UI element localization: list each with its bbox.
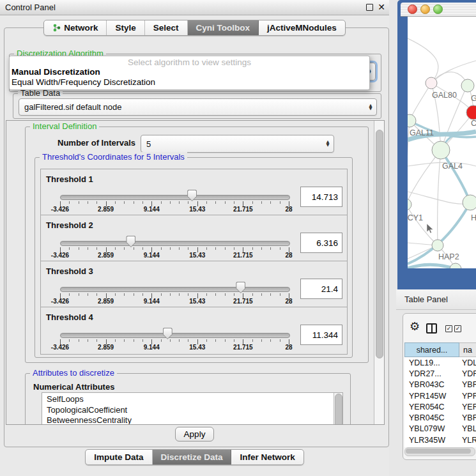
numerical-attributes-list: SelfLoops TopologicalCoefficient Between… [42, 392, 343, 425]
tick-mark [69, 247, 70, 250]
threshold-1-slider-thumb[interactable] [187, 190, 197, 201]
tick-mark [161, 247, 162, 250]
network-view-window: GAL80GACGAL11GAL4GCY1HHAP2 [397, 0, 476, 289]
cell-shared-name[interactable]: YDR27... [404, 369, 459, 378]
minimize-traffic-light[interactable] [420, 4, 430, 14]
tick-label: -3.426 [51, 252, 69, 259]
table-row[interactable]: YBR043CYBR0 [404, 380, 476, 390]
list-item-betweennesscentrality[interactable]: BetweennessCentrality [42, 415, 342, 425]
table-horizontal-scrollbar[interactable] [404, 447, 475, 456]
network-node-label: C [471, 119, 476, 128]
threshold-1-value-field[interactable] [300, 187, 342, 207]
tab-impute-data-label: Impute Data [94, 450, 143, 464]
cell-name[interactable]: YBL0 [459, 424, 476, 433]
cell-shared-name[interactable]: YER054C [404, 403, 459, 411]
tab-discretize-data[interactable]: Discretize Data [153, 450, 232, 464]
tab-style[interactable]: Style [107, 20, 144, 35]
attributes-group: Attributes to discretize Numerical Attri… [25, 373, 351, 425]
tab-impute-data[interactable]: Impute Data [86, 450, 152, 464]
cell-name[interactable]: YDR2 [459, 369, 476, 378]
list-item-selfloops[interactable]: SelfLoops [42, 394, 342, 405]
tick-mark [234, 201, 234, 204]
tab-select[interactable]: Select [145, 20, 188, 35]
float-window-icon[interactable] [366, 4, 373, 11]
cell-shared-name[interactable]: YBR043C [404, 380, 459, 389]
tick-mark [225, 339, 226, 342]
table-data-combobox[interactable]: galFiltered.sif default node ▲▼ [19, 98, 377, 116]
network-node[interactable] [450, 263, 461, 268]
table-row[interactable]: YPR145WYPR1 [404, 390, 476, 401]
cell-name[interactable]: YER0 [459, 403, 476, 411]
close-traffic-light[interactable] [408, 4, 417, 14]
threshold-3-slider-track[interactable] [60, 287, 290, 292]
list-item-topologicalcoefficient[interactable]: TopologicalCoefficient [42, 405, 342, 416]
network-node[interactable] [463, 195, 476, 210]
network-node[interactable] [432, 141, 450, 159]
tab-infer-network[interactable]: Infer Network [231, 450, 303, 464]
apply-button[interactable]: Apply [175, 427, 215, 441]
cell-shared-name[interactable]: YPR145W [404, 392, 459, 401]
tab-cyni-toolbox[interactable]: Cyni Toolbox [188, 20, 259, 35]
network-canvas[interactable]: GAL80GACGAL11GAL4GCY1HHAP2 [408, 17, 476, 268]
threshold-4-slider-track[interactable] [60, 333, 290, 338]
cell-name[interactable]: YBR0 [459, 380, 476, 389]
table-row[interactable]: YDR27...YDR2 [404, 368, 476, 379]
network-node[interactable] [466, 105, 476, 119]
settings-vertical-scrollbar[interactable] [374, 121, 384, 424]
cell-name[interactable]: YLR3 [459, 436, 476, 445]
settings-scrollpane: Interval Definition Number of Intervals … [6, 120, 385, 425]
tick-mark [134, 247, 134, 250]
network-node[interactable] [426, 77, 437, 89]
select-columns-checkboxes[interactable]: ✓ ✓ [445, 325, 461, 332]
threshold-3-slider-thumb[interactable] [236, 282, 245, 293]
close-icon[interactable]: ✕ [378, 2, 385, 12]
table-row[interactable]: YBL079WYBL0 [404, 424, 476, 434]
network-edge [408, 265, 456, 268]
column-header-name[interactable]: na [459, 342, 476, 357]
threshold-2-panel: Threshold 2 -3.4262.8599.14415.4321.7152… [40, 215, 348, 263]
threshold-2-value-field[interactable] [300, 233, 342, 253]
threshold-4-slider-thumb[interactable] [163, 328, 173, 339]
number-of-intervals-combobox[interactable]: 5 ▲▼ [141, 135, 334, 153]
network-node[interactable] [408, 199, 411, 210]
cell-shared-name[interactable]: YLR345W [404, 436, 459, 445]
cell-name[interactable]: YBR0 [459, 413, 476, 422]
cell-shared-name[interactable]: YBL079W [404, 424, 459, 433]
popup-item-equal-width-frequency[interactable]: Equal Width/Frequency Discretization [10, 77, 369, 88]
table-row[interactable]: YER054CYER0 [404, 401, 476, 412]
tab-jactivemnodules[interactable]: jActiveMNodules [259, 20, 345, 35]
network-node[interactable] [461, 79, 474, 92]
popup-item-manual-discretization[interactable]: Manual Discretization [10, 67, 369, 77]
tick-mark [270, 247, 271, 250]
screenshot-root: Control Panel ✕ Network Style Select [0, 0, 476, 476]
zoom-traffic-light[interactable] [433, 4, 443, 14]
cell-name[interactable]: YDL1 [459, 358, 476, 367]
network-window-titlebar[interactable] [401, 3, 476, 17]
tick-mark [170, 247, 171, 250]
cell-name[interactable]: YPR1 [459, 392, 476, 401]
column-header-shared-name[interactable]: shared... [404, 342, 459, 357]
table-row[interactable]: YDL19...YDL1 [404, 357, 476, 368]
tick-label: 21.715 [233, 206, 253, 213]
cell-shared-name[interactable]: YBR045C [404, 413, 459, 422]
network-node[interactable] [432, 240, 443, 251]
threshold-1-slider-track[interactable] [60, 195, 290, 200]
tick-mark [280, 247, 280, 250]
columns-icon[interactable] [426, 323, 437, 334]
tick-mark [270, 293, 271, 296]
threshold-2-slider-thumb[interactable] [126, 236, 135, 247]
table-row[interactable]: YBR045CYBR0 [404, 412, 476, 423]
network-node[interactable] [408, 114, 416, 127]
tab-network[interactable]: Network [44, 20, 107, 35]
threshold-4-value-field[interactable] [300, 325, 342, 345]
gear-icon[interactable]: ⚙ [410, 321, 420, 332]
tick-label: 15.43 [189, 252, 205, 259]
attributes-list-scrollbar[interactable] [334, 393, 342, 425]
threshold-1-label: Threshold 1 [46, 174, 93, 184]
threshold-2-slider-track[interactable] [60, 241, 290, 246]
table-rows: YDL19...YDL1YDR27...YDR2YBR043CYBR0YPR14… [404, 357, 476, 447]
cell-shared-name[interactable]: YDL19... [404, 358, 459, 367]
tick-mark [124, 339, 125, 342]
table-row[interactable]: YLR345WYLR3 [404, 434, 476, 445]
threshold-3-value-field[interactable] [300, 279, 342, 299]
